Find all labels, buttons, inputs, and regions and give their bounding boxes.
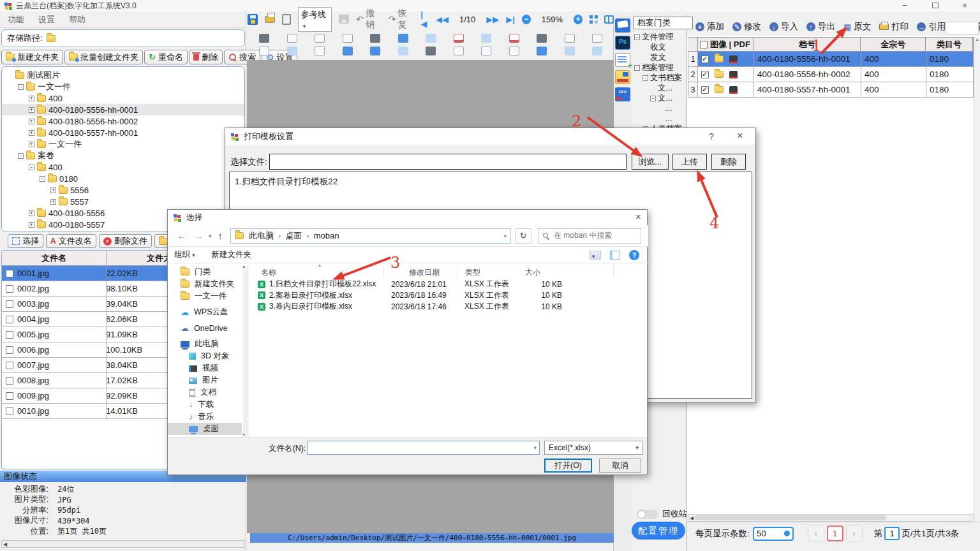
scroll-up-icon[interactable]: ▴	[242, 263, 245, 269]
col-danghao[interactable]: 档号	[754, 38, 861, 51]
sidebar-item[interactable]: 3D 对象	[168, 350, 242, 362]
tree-expander-icon[interactable]: +	[29, 130, 34, 136]
next-page-button[interactable]: ›	[846, 525, 863, 541]
delete-button[interactable]: 删除	[711, 154, 746, 170]
filename-input[interactable]: ▾	[307, 441, 540, 455]
upload-button[interactable]: 上传	[672, 154, 707, 170]
template-list-item[interactable]: 1.归档文件目录打印模板22	[235, 176, 746, 187]
record-row[interactable]: 1 400-0180-5556-hh-0001 400 0180	[688, 52, 974, 67]
tree-expander-icon[interactable]: +	[29, 222, 34, 228]
tree-item[interactable]: - 400	[2, 161, 244, 173]
edit-tool-icon[interactable]	[343, 47, 353, 55]
tree-expander-icon[interactable]: +	[29, 96, 34, 101]
guide-line-dropdown[interactable]: 参考线	[298, 7, 332, 32]
edit-tool-icon[interactable]	[287, 34, 297, 43]
edit-tool-icon[interactable]	[315, 34, 325, 43]
new-folder-button[interactable]: 新建文件夹	[212, 249, 252, 260]
file-type-filter[interactable]: Excel(*.xlsx)▾	[544, 441, 643, 455]
minimize-button[interactable]: −	[898, 1, 911, 11]
edit-tool-icon[interactable]	[370, 34, 380, 43]
category-tree-item[interactable]: ...	[632, 103, 693, 114]
cancel-button[interactable]: 取消	[599, 459, 641, 473]
col-filename[interactable]: 文件名	[2, 253, 106, 264]
image-folder-icon[interactable]	[715, 71, 724, 78]
help-icon[interactable]: ?	[709, 131, 714, 142]
vertical-scrollbar[interactable]: ▲	[974, 37, 980, 514]
tree-item[interactable]: - 0180	[2, 173, 244, 184]
select-all-checkbox[interactable]	[700, 41, 708, 48]
split-view-icon[interactable]	[604, 15, 614, 24]
record-row[interactable]: 2 400-0180-5556-hh-0002 400 0180	[688, 67, 974, 82]
record-checkbox[interactable]	[701, 55, 709, 63]
tree-item[interactable]: + 一文一件	[2, 138, 244, 150]
browse-button[interactable]: 浏览...	[632, 154, 669, 170]
tree-expander-icon[interactable]: +	[50, 187, 56, 193]
template-file-input[interactable]	[269, 154, 627, 170]
input-caret-icon[interactable]: ▾	[533, 444, 537, 451]
scroll-left-icon[interactable]: ◀	[2, 541, 7, 547]
record-row[interactable]: 3 400-0180-5557-hh-0001 400 0180	[688, 82, 974, 98]
col-image-pdf[interactable]: 图像 | PDF	[698, 38, 754, 51]
sidebar-item[interactable]: OneDrive	[168, 322, 242, 334]
file-checkbox[interactable]	[6, 270, 13, 277]
records-toolbar-button[interactable]: 导入	[769, 21, 798, 33]
help-icon[interactable]: ?	[629, 250, 639, 260]
tree-expander-icon[interactable]: -	[650, 96, 656, 101]
file-checkbox[interactable]	[6, 331, 13, 339]
tree-expander-icon[interactable]: +	[29, 107, 34, 113]
storage-path-box[interactable]: 存储路径:	[1, 29, 245, 47]
folder-tool-button[interactable]: 新建文件夹	[1, 50, 63, 64]
records-toolbar-button[interactable]: 添加	[695, 21, 724, 33]
file-checkbox[interactable]	[6, 316, 13, 323]
records-toolbar-button[interactable]: 引用	[917, 21, 946, 33]
breadcrumb-item[interactable]: 此电脑	[249, 230, 285, 242]
prev-page-icon[interactable]	[436, 15, 449, 24]
folder-tool-button[interactable]: 重命名	[144, 50, 188, 64]
picker-file-row[interactable]: X 1.归档文件目录打印模板22.xlsx 2023/6/18 21:01 XL…	[253, 279, 642, 290]
zoom-out-icon[interactable]	[522, 15, 531, 24]
prev-page-button[interactable]: ‹	[808, 525, 824, 541]
column-divider[interactable]	[613, 266, 614, 277]
edit-tool-icon[interactable]	[426, 47, 436, 55]
tree-item[interactable]: + 400-0180-5557-hh-0001	[2, 127, 244, 138]
sidebar-item[interactable]: 音乐	[168, 411, 242, 423]
photoshop-icon[interactable]	[615, 36, 630, 50]
record-checkbox[interactable]	[701, 71, 709, 78]
column-divider[interactable]	[383, 266, 384, 277]
edit-tool-icon[interactable]	[370, 47, 380, 55]
sidebar-item[interactable]: 门类	[168, 266, 242, 278]
records-toolbar-input[interactable]	[946, 22, 979, 34]
records-toolbar-button[interactable]: 打印	[879, 21, 909, 33]
records-toolbar-button[interactable]: 修改	[732, 21, 761, 33]
category-tree-item[interactable]: 文...	[632, 83, 693, 93]
search-box[interactable]: 在 moban 中搜索	[538, 228, 641, 244]
image-tool-icon[interactable]	[339, 15, 350, 24]
edit-tool-icon[interactable]	[259, 34, 269, 43]
records-h-scrollbar[interactable]: ◀	[688, 514, 974, 522]
tree-expander-icon[interactable]: +	[29, 119, 34, 124]
next-page-icon[interactable]	[486, 15, 499, 24]
tree-expander-icon[interactable]: -	[18, 84, 24, 90]
forward-icon[interactable]: →	[194, 230, 204, 241]
tree-expander-icon[interactable]: -	[18, 153, 24, 159]
view-mode-icon[interactable]	[590, 251, 601, 260]
scroll-left-icon[interactable]: ◀	[688, 515, 695, 521]
tree-expander-icon[interactable]: +	[29, 142, 34, 147]
file-tool-button[interactable]: 删除文件	[99, 234, 152, 248]
current-page-button[interactable]: 1	[827, 525, 843, 541]
first-page-icon[interactable]	[420, 10, 429, 29]
sidebar-item[interactable]: 文档	[168, 386, 242, 399]
file-tool-button[interactable]: 选择	[8, 234, 43, 248]
breadcrumb-caret-icon[interactable]: ▾	[504, 233, 507, 239]
horizontal-scrollbar[interactable]: ◀	[1, 540, 245, 548]
tree-expander-icon[interactable]: -	[40, 176, 45, 182]
history-caret-icon[interactable]: ▾	[209, 233, 212, 239]
category-tree-item[interactable]: 发文	[632, 52, 693, 62]
record-checkbox[interactable]	[701, 86, 709, 94]
config-manage-button[interactable]: 配置管理	[632, 522, 685, 540]
col-name[interactable]: 名称	[261, 267, 276, 278]
edit-tool-icon[interactable]	[592, 47, 602, 55]
tree-item[interactable]: - 一文一件	[2, 81, 244, 92]
edit-tool-icon[interactable]	[398, 47, 408, 55]
zoom-in-icon[interactable]	[574, 15, 583, 24]
